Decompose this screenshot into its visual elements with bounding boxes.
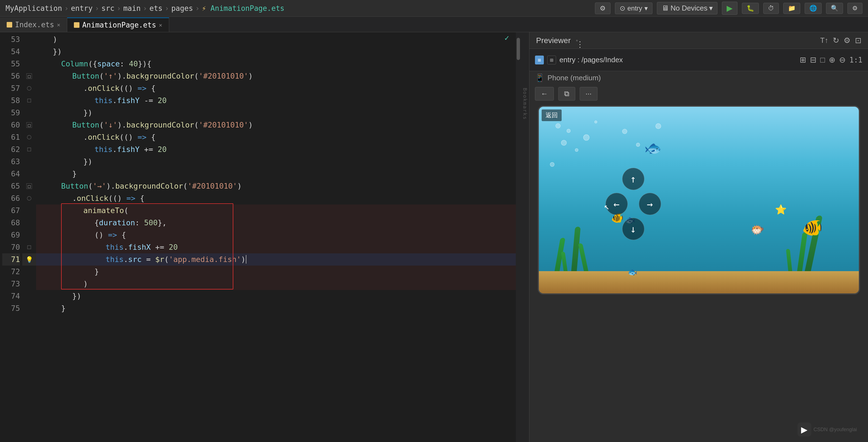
tab-label-animation: AnimationPage.ets <box>82 21 156 29</box>
code-line-54: }) <box>36 46 516 58</box>
code-line-70: this.fishX += 20 <box>36 241 516 253</box>
fold-65[interactable]: □ <box>26 183 32 189</box>
code-line-62: this.fishY += 20 <box>36 143 516 155</box>
code-line-75: } <box>36 302 516 315</box>
code-line-60: Button('↓').backgroundColor('#20101010') <box>36 119 516 131</box>
font-size-btn[interactable]: T↑ <box>820 36 828 45</box>
device-label-text: Phone (medium) <box>548 73 601 82</box>
menu-dots[interactable]: ⋮ <box>576 40 578 41</box>
entry-btn[interactable]: ⊙ entry ▾ <box>615 2 652 14</box>
lightbulb-icon[interactable]: 💡 <box>26 256 33 263</box>
fish-red: 🐠 <box>802 218 823 238</box>
gutter-64 <box>22 168 36 180</box>
gutter-65[interactable]: □ <box>22 180 36 192</box>
tab-animation-page[interactable]: AnimationPage.ets ✕ <box>67 18 169 32</box>
gutter-74 <box>22 290 36 302</box>
bubble-7 <box>594 121 597 123</box>
translate-btn[interactable]: 🌐 <box>805 3 822 14</box>
fold-56[interactable]: □ <box>26 73 32 79</box>
view-toggle-btn[interactable]: ⊟ <box>810 55 816 64</box>
previewer-title: Previewer <box>536 36 570 45</box>
breadcrumb-ets[interactable]: ets <box>149 4 162 12</box>
gutter-71: 💡 <box>22 253 36 266</box>
breadcrumb-file[interactable]: ⚡ AnimationPage.ets <box>202 4 284 12</box>
gutter-62 <box>22 143 36 155</box>
watermark-icon: ▶ <box>798 422 811 437</box>
phone-nav: ← ⧉ ··· <box>529 85 868 103</box>
profile-btn[interactable]: ⏱ <box>763 3 779 14</box>
zoom-in-btn[interactable]: ⊕ <box>829 55 835 64</box>
tab-index-ets[interactable]: Index.ets ✕ <box>0 18 67 32</box>
breadcrumb-pages[interactable]: pages <box>172 4 193 12</box>
tab-label-index: Index.ets <box>15 21 54 29</box>
code-line-67: animateTo( <box>36 204 516 217</box>
gutter-57 <box>22 82 36 94</box>
close-tab-animation[interactable]: ✕ <box>159 22 162 28</box>
debug-btn[interactable]: 🐛 <box>742 3 759 14</box>
code-line-74: }) <box>36 290 516 302</box>
bubble-9 <box>636 143 640 147</box>
breadcrumb-src[interactable]: src <box>101 4 115 12</box>
breadcrumb-app[interactable]: MyApplication <box>5 4 62 12</box>
code-line-61: .onClick(() => { <box>36 131 516 143</box>
back-btn[interactable]: ← <box>535 87 554 100</box>
bubble-10 <box>655 123 661 129</box>
no-devices-btn[interactable]: 🖥 No Devices ▾ <box>657 2 717 14</box>
gutter-68 <box>22 217 36 229</box>
gutter-56[interactable]: □ <box>22 70 36 82</box>
previewer-toolbar-right: ⊞ ⊟ □ ⊕ ⊖ 1:1 <box>800 55 863 64</box>
refresh-btn[interactable]: ↻ <box>833 36 839 45</box>
tab-icon-index <box>7 22 12 28</box>
top-bar: MyApplication › entry › src › main › ets… <box>0 0 868 17</box>
split-btn[interactable]: ⧉ <box>558 87 575 100</box>
code-line-73: ) <box>36 278 516 290</box>
gutter-54 <box>22 46 36 58</box>
scrollbar[interactable] <box>516 32 521 442</box>
breadcrumb-main[interactable]: main <box>123 4 141 12</box>
settings-btn[interactable]: ⚙ <box>595 2 611 14</box>
right-control-btn[interactable]: → <box>639 193 661 215</box>
close-tab-index[interactable]: ✕ <box>57 21 60 28</box>
scroll-thumb[interactable] <box>517 38 520 60</box>
gutter-67 <box>22 204 36 217</box>
fold-60[interactable]: □ <box>26 122 32 128</box>
up-control-btn[interactable]: ↑ <box>622 168 644 190</box>
folder-btn[interactable]: 📁 <box>783 3 800 14</box>
dropdown-arrow-icon: ▾ <box>709 4 713 12</box>
tab-bar: Index.ets ✕ AnimationPage.ets ✕ <box>0 17 868 32</box>
layout-btn[interactable]: □ <box>820 56 825 64</box>
more-btn[interactable]: ··· <box>580 87 597 100</box>
zoom-ratio: 1:1 <box>849 56 863 64</box>
bubble-2 <box>567 129 570 133</box>
bubble-8 <box>622 129 627 134</box>
zoom-out-btn[interactable]: ⊖ <box>839 55 845 64</box>
gutter-73 <box>22 278 36 290</box>
code-content[interactable]: ✓ ) }) Column({space: 40}){ Button('↑').… <box>36 32 516 442</box>
gear-top-btn[interactable]: ⚙ <box>847 3 863 14</box>
bubble-4 <box>575 148 578 152</box>
main-fish: 🐟 <box>644 140 662 156</box>
gutter-58 <box>22 94 36 107</box>
main-layout: 53 54 55 56 57 58 59 60 61 62 63 64 65 6… <box>0 32 868 442</box>
gutter-61 <box>22 131 36 143</box>
monitor-icon: 🖥 <box>662 4 669 12</box>
breadcrumb-entry[interactable]: entry <box>71 4 92 12</box>
settings-prev-btn[interactable]: ⚙ <box>843 36 850 45</box>
toggle-icon[interactable]: ⊞ <box>547 56 556 64</box>
device-label-row: 📱 Phone (medium) <box>529 71 868 85</box>
expand-btn[interactable]: ⊡ <box>855 36 861 45</box>
phone-frame: 返回 <box>538 106 860 294</box>
code-line-56: Button('↑').backgroundColor('#20101010') <box>36 70 516 82</box>
gutter-53 <box>22 33 36 46</box>
grid-view-btn[interactable]: ⊞ <box>800 55 806 64</box>
bubble-6 <box>583 135 589 141</box>
return-button[interactable]: 返回 <box>541 110 562 121</box>
gutter-60[interactable]: □ <box>22 119 36 131</box>
tab-icon-animation <box>74 22 80 28</box>
phone-icon: 📱 <box>535 73 545 83</box>
run-btn[interactable]: ▶ <box>722 2 738 15</box>
previewer-panel: Previewer ⋮ T↑ ↻ ⚙ ⊡ ≡ ⊞ entry : /pages/… <box>529 32 868 442</box>
line-numbers: 53 54 55 56 57 58 59 60 61 62 63 64 65 6… <box>0 32 22 442</box>
search-top-btn[interactable]: 🔍 <box>826 3 843 14</box>
down-control-btn[interactable]: ↓ <box>622 218 644 240</box>
